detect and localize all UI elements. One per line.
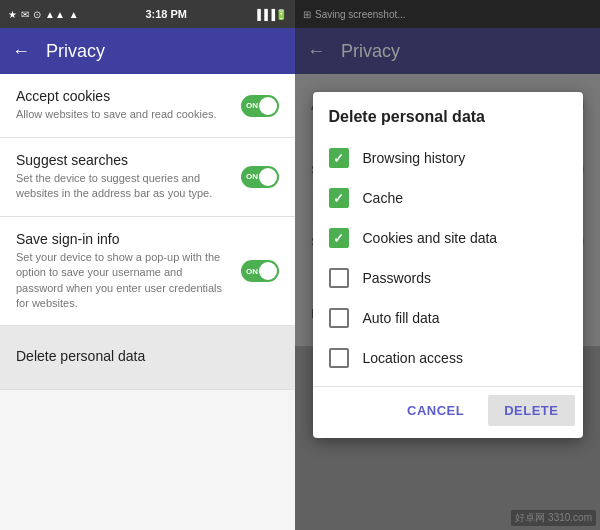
check-icon: ✓ [333,352,344,365]
left-back-button[interactable]: ← [12,41,30,62]
autofill-label: Auto fill data [363,310,440,326]
save-signin-toggle[interactable]: ON [241,260,279,282]
accept-cookies-title: Accept cookies [16,88,231,104]
browsing-history-item[interactable]: ✓ Browsing history [313,138,583,178]
check-icon: ✓ [333,312,344,325]
left-status-bar: ★ ✉ ⊙ ▲▲ ▲ 3:18 PM ▐▐▐🔋 [0,0,295,28]
cookies-checkbox[interactable]: ✓ [329,228,349,248]
accept-cookies-toggle[interactable]: ON [241,95,279,117]
accept-cookies-item[interactable]: Accept cookies Allow websites to save an… [0,74,295,138]
browsing-history-label: Browsing history [363,150,466,166]
browsing-history-checkbox[interactable]: ✓ [329,148,349,168]
suggest-searches-toggle[interactable]: ON [241,166,279,188]
check-icon: ✓ [333,272,344,285]
dialog-title: Delete personal data [313,92,583,134]
cache-checkbox[interactable]: ✓ [329,188,349,208]
autofill-checkbox[interactable]: ✓ [329,308,349,328]
left-status-icons: ★ ✉ ⊙ ▲▲ ▲ [8,9,79,20]
left-toolbar: ← Privacy [0,28,295,74]
cache-label: Cache [363,190,403,206]
delete-button[interactable]: DELETE [488,395,574,426]
location-checkbox[interactable]: ✓ [329,348,349,368]
cancel-button[interactable]: CANCEL [391,395,480,426]
save-signin-item[interactable]: Save sign-in info Set your device to sho… [0,217,295,327]
notification-icon: ✉ [21,9,29,20]
check-icon: ✓ [333,232,344,245]
right-status-icons: ▐▐▐🔋 [254,9,287,20]
passwords-label: Passwords [363,270,431,286]
cache-item[interactable]: ✓ Cache [313,178,583,218]
suggest-searches-desc: Set the device to suggest queries and we… [16,171,231,202]
dialog-items-list: ✓ Browsing history ✓ Cache ✓ Cookie [313,134,583,382]
delete-personal-data-title: Delete personal data [16,348,269,364]
check-icon: ✓ [333,192,344,205]
location-label: Location access [363,350,463,366]
delete-personal-data-dialog: Delete personal data ✓ Browsing history … [313,92,583,438]
dialog-overlay: Delete personal data ✓ Browsing history … [295,0,600,530]
save-signin-desc: Set your device to show a pop-up with th… [16,250,231,312]
bluetooth-icon: ★ [8,9,17,20]
left-page-title: Privacy [46,41,105,62]
wifi-icon: ▲ [69,9,79,20]
signal-icon: ▲▲ [45,9,65,20]
battery-icon: ▐▐▐🔋 [254,9,287,20]
autofill-item[interactable]: ✓ Auto fill data [313,298,583,338]
save-signin-title: Save sign-in info [16,231,231,247]
left-panel: ★ ✉ ⊙ ▲▲ ▲ 3:18 PM ▐▐▐🔋 ← Privacy Accept… [0,0,295,530]
passwords-checkbox[interactable]: ✓ [329,268,349,288]
cookies-label: Cookies and site data [363,230,498,246]
delete-personal-data-item[interactable]: Delete personal data [0,326,295,390]
status-time: 3:18 PM [145,8,187,20]
cookies-item[interactable]: ✓ Cookies and site data [313,218,583,258]
suggest-searches-item[interactable]: Suggest searches Set the device to sugge… [0,138,295,217]
location-item[interactable]: ✓ Location access [313,338,583,378]
check-icon: ✓ [333,152,344,165]
dialog-actions: CANCEL DELETE [313,386,583,438]
alarm-icon: ⊙ [33,9,41,20]
suggest-searches-title: Suggest searches [16,152,231,168]
left-settings-list: Accept cookies Allow websites to save an… [0,74,295,530]
accept-cookies-desc: Allow websites to save and read cookies. [16,107,231,122]
right-panel: ⊞ Saving screenshot... ← Privacy Accept … [295,0,600,530]
passwords-item[interactable]: ✓ Passwords [313,258,583,298]
